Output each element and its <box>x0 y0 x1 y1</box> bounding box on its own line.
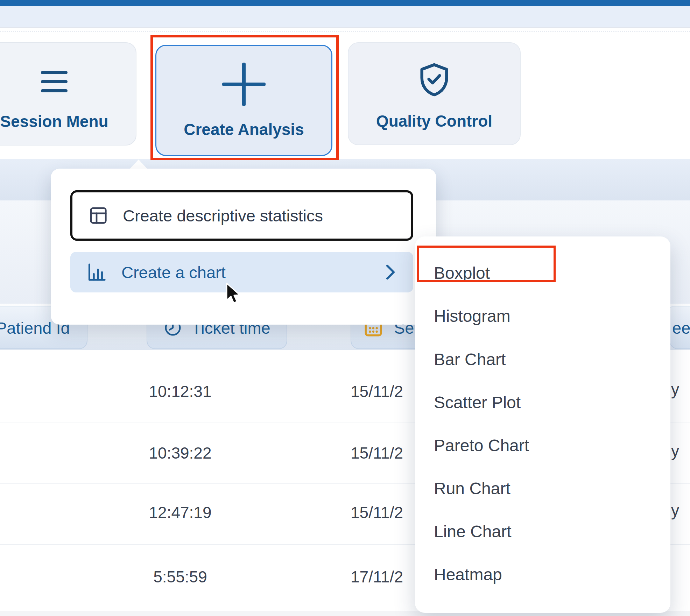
shield-check-icon <box>416 60 453 99</box>
submenu-item-label: Heatmap <box>434 565 502 584</box>
weekday-cell-partial: y <box>671 501 690 520</box>
chevron-right-icon <box>385 263 396 281</box>
app-window: Patiend Id Ticket time Se eek 10:12:31 1… <box>0 0 690 616</box>
dotted-divider <box>0 31 690 32</box>
submenu-item-pareto-chart[interactable]: Pareto Chart <box>434 428 651 463</box>
ticket-time-cell: 10:39:22 <box>138 444 222 462</box>
top-title-bar <box>0 0 690 6</box>
ticket-time-cell: 10:12:31 <box>138 382 222 401</box>
session-menu-label: Session Menu <box>0 112 108 131</box>
session-date-cell: 15/11/2 <box>351 503 416 522</box>
submenu-item-label: Scatter Plot <box>434 393 521 412</box>
session-date-cell: 15/11/2 <box>351 382 416 401</box>
submenu-item-heatmap[interactable]: Heatmap <box>434 557 651 592</box>
session-menu-button[interactable]: Session Menu <box>0 42 136 146</box>
column-header-label: eek <box>672 318 690 338</box>
submenu-item-label: Pareto Chart <box>434 436 529 455</box>
submenu-item-label: Run Chart <box>434 479 511 498</box>
ticket-time-cell: 5:55:59 <box>138 567 222 586</box>
submenu-item-histogram[interactable]: Histogram <box>434 298 651 333</box>
menu-item-label: Create a chart <box>121 263 226 282</box>
annotation-rect-boxplot <box>417 246 556 282</box>
ticket-time-cell: 12:47:19 <box>138 503 222 522</box>
submenu-item-label: Histogram <box>434 306 511 326</box>
submenu-item-label: Line Chart <box>434 522 511 541</box>
weekday-cell-partial: y <box>671 380 690 399</box>
submenu-item-run-chart[interactable]: Run Chart <box>434 471 651 506</box>
column-header-week[interactable]: eek <box>669 306 690 349</box>
session-date-cell: 17/11/2 <box>351 567 416 586</box>
submenu-item-label: Bar Chart <box>434 350 506 369</box>
submenu-item-line-chart[interactable]: Line Chart <box>434 514 651 549</box>
header-band <box>0 6 690 28</box>
menu-item-label: Create descriptive statistics <box>123 206 323 225</box>
create-analysis-dropdown: Create descriptive statistics Create a c… <box>51 169 436 325</box>
hamburger-icon <box>41 71 68 92</box>
bar-chart-icon <box>86 261 107 283</box>
menu-item-descriptive-statistics[interactable]: Create descriptive statistics <box>70 190 413 241</box>
quality-control-button[interactable]: Quality Control <box>348 42 521 145</box>
table-icon <box>88 205 109 226</box>
submenu-item-scatter-plot[interactable]: Scatter Plot <box>434 385 651 420</box>
mouse-cursor <box>225 283 242 306</box>
chart-type-submenu: Boxplot Histogram Bar Chart Scatter Plot… <box>415 236 670 613</box>
submenu-item-bar-chart[interactable]: Bar Chart <box>434 342 651 377</box>
weekday-cell-partial: y <box>671 441 690 460</box>
quality-control-label: Quality Control <box>376 112 492 130</box>
annotation-rect-create-analysis <box>150 35 339 160</box>
session-date-cell: 15/11/2 <box>351 444 416 462</box>
